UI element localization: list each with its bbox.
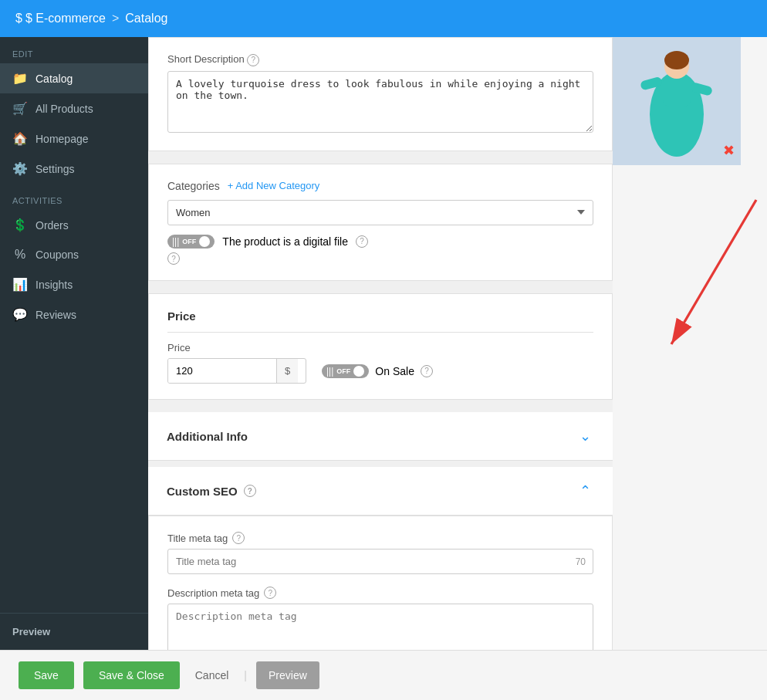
app-name: $ E-commerce xyxy=(25,12,106,25)
price-input-wrap: $ xyxy=(167,358,306,384)
short-description-section: Short Description ? A lovely turquoise d… xyxy=(148,37,613,151)
save-close-button[interactable]: Save & Close xyxy=(83,661,180,689)
toggle-lines-icon: ||| xyxy=(172,236,179,247)
dollar-icon: 💲 xyxy=(12,218,28,232)
digital-file-toggle[interactable]: ||| OFF xyxy=(167,235,215,249)
breadcrumb-page: Catalog xyxy=(125,12,167,25)
save-button[interactable]: Save xyxy=(19,661,74,689)
bottom-bar-divider: | xyxy=(244,669,247,681)
on-sale-label: On Sale xyxy=(375,365,414,377)
product-image-wrap: ✖ xyxy=(613,37,741,165)
digital-file-help-icon[interactable]: ? xyxy=(356,235,368,248)
categories-row: Categories + Add New Category xyxy=(167,180,593,192)
additional-info-title: Additional Info xyxy=(167,430,248,443)
sidebar-item-coupons[interactable]: % Coupons xyxy=(0,240,148,269)
preview-button[interactable]: Preview xyxy=(256,661,319,689)
custom-seo-chevron-up-icon[interactable]: ⌃ xyxy=(576,479,594,502)
digital-file-row: ||| OFF The product is a digital file ? xyxy=(167,235,593,249)
sidebar-item-settings[interactable]: ⚙️ Settings xyxy=(0,154,148,184)
category-select[interactable]: Women xyxy=(167,200,593,225)
topbar: $ $ E-commerce > Catalog xyxy=(0,0,767,37)
short-description-input[interactable]: A lovely turquoise dress to look fabulou… xyxy=(167,71,593,133)
sidebar-item-insights[interactable]: 📊 Insights xyxy=(0,269,148,299)
sidebar-preview: Preview xyxy=(0,613,148,650)
home-icon: 🏠 xyxy=(12,131,28,146)
sidebar-label-reviews: Reviews xyxy=(35,309,76,321)
sidebar-label-coupons: Coupons xyxy=(35,249,79,261)
gear-icon: ⚙️ xyxy=(12,161,28,176)
additional-info-chevron-down-icon[interactable]: ⌄ xyxy=(576,424,594,448)
digital-file-label: The product is a digital file xyxy=(222,235,348,248)
custom-seo-title: Custom SEO ? xyxy=(167,485,256,498)
sidebar-item-catalog[interactable]: 📁 Catalog xyxy=(0,63,148,93)
on-sale-toggle-lines-icon: ||| xyxy=(326,366,333,377)
sidebar-label-settings: Settings xyxy=(35,163,75,175)
price-section: Price Price $ ||| OFF xyxy=(148,293,613,400)
sidebar-section-activities: Activities xyxy=(0,184,148,210)
on-sale-knob xyxy=(353,366,364,377)
sidebar-label-all-products: All Products xyxy=(35,103,93,115)
cancel-button[interactable]: Cancel xyxy=(189,661,235,689)
additional-help-icon[interactable]: ? xyxy=(167,252,180,265)
svg-rect-3 xyxy=(663,76,691,107)
bottom-bar: Save Save & Close Cancel | Preview xyxy=(0,650,767,700)
short-description-help-icon[interactable]: ? xyxy=(247,54,259,66)
add-category-button[interactable]: + Add New Category xyxy=(228,180,320,191)
chart-icon: 📊 xyxy=(12,277,28,292)
sidebar-label-orders: Orders xyxy=(35,219,69,232)
description-meta-tag-label: Description meta tag ? xyxy=(167,587,593,599)
sidebar-label-homepage: Homepage xyxy=(35,133,89,145)
sidebar-item-orders[interactable]: 💲 Orders xyxy=(0,210,148,240)
sidebar-section-edit: Edit xyxy=(0,37,148,63)
price-input[interactable] xyxy=(168,359,276,383)
price-input-row: $ ||| OFF On Sale ? xyxy=(167,358,593,384)
folder-icon: 📁 xyxy=(12,71,28,86)
additional-info-section: Additional Info ⌄ xyxy=(148,412,613,461)
right-panel: ✖ xyxy=(613,37,767,650)
categories-label: Categories xyxy=(167,180,220,192)
svg-point-5 xyxy=(664,51,689,69)
custom-seo-header[interactable]: Custom SEO ? ⌃ xyxy=(148,467,613,516)
on-sale-help-icon[interactable]: ? xyxy=(421,365,433,377)
on-sale-toggle[interactable]: ||| OFF xyxy=(322,364,369,378)
title-meta-tag-input[interactable] xyxy=(167,549,593,574)
red-arrow-indicator xyxy=(644,191,767,361)
description-meta-tag-help-icon[interactable]: ? xyxy=(264,587,276,599)
sidebar-label-catalog: Catalog xyxy=(35,73,73,85)
additional-info-header[interactable]: Additional Info ⌄ xyxy=(148,412,613,461)
short-description-label: Short Description ? xyxy=(167,53,593,66)
title-meta-tag-label: Title meta tag ? xyxy=(167,532,593,544)
custom-seo-section: Custom SEO ? ⌃ Title meta tag ? xyxy=(148,467,613,650)
sidebar-item-all-products[interactable]: 🛒 All Products xyxy=(0,93,148,123)
svg-line-9 xyxy=(671,200,756,344)
currency-symbol: $ xyxy=(276,359,298,383)
main-content: Short Description ? A lovely turquoise d… xyxy=(148,37,767,650)
title-meta-tag-help-icon[interactable]: ? xyxy=(232,532,245,544)
on-sale-row: ||| OFF On Sale ? xyxy=(322,364,433,378)
cart-icon: 🛒 xyxy=(12,101,28,116)
categories-section: Categories + Add New Category Women ||| … xyxy=(148,164,613,282)
toggle-knob xyxy=(199,236,210,247)
remove-image-button[interactable]: ✖ xyxy=(723,142,735,159)
description-meta-tag-input[interactable] xyxy=(167,604,593,650)
title-meta-tag-input-wrap: 70 xyxy=(167,549,593,574)
chat-icon: 💬 xyxy=(12,307,28,322)
custom-seo-body: Title meta tag ? 70 Description meta tag xyxy=(148,516,613,650)
on-sale-off-label: OFF xyxy=(336,367,350,375)
percent-icon: % xyxy=(12,248,28,262)
custom-seo-help-icon[interactable]: ? xyxy=(244,485,256,497)
forms-wrapper: Short Description ? A lovely turquoise d… xyxy=(148,37,613,650)
sidebar-label-insights: Insights xyxy=(35,279,73,291)
product-image xyxy=(613,37,741,165)
app-icon: $ xyxy=(15,12,22,25)
price-label: Price xyxy=(167,342,593,353)
title-char-count: 70 xyxy=(576,556,586,567)
price-section-title: Price xyxy=(167,309,593,323)
sidebar-item-reviews[interactable]: 💬 Reviews xyxy=(0,299,148,330)
toggle-off-label: OFF xyxy=(182,238,196,245)
sidebar: Edit 📁 Catalog 🛒 All Products 🏠 Homepage… xyxy=(0,37,148,650)
breadcrumb-separator: > xyxy=(112,12,119,25)
sidebar-item-homepage[interactable]: 🏠 Homepage xyxy=(0,123,148,154)
